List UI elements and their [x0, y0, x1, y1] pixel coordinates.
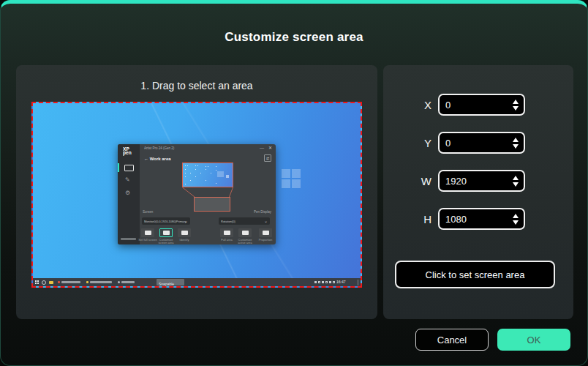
app-icon: [86, 281, 88, 283]
selection-highlight: [217, 171, 224, 177]
monitor-preview[interactable]: [182, 163, 233, 187]
chevron-down-icon: ⌄: [264, 217, 268, 225]
taskbar-item[interactable]: [85, 279, 113, 285]
cancel-button[interactable]: Cancel: [415, 329, 489, 351]
spin-up-icon[interactable]: [513, 176, 519, 180]
tablet-shape-icon: [242, 231, 249, 235]
tray-icon[interactable]: [322, 281, 324, 283]
screen-shape-icon: [145, 231, 151, 235]
x-spinbox: [438, 94, 525, 116]
w-input[interactable]: [440, 176, 513, 187]
button-label: Proportion: [255, 239, 276, 242]
taskbar-item[interactable]: [56, 279, 82, 285]
taskbar-item-text: [121, 281, 135, 283]
chevron-down-icon: ⌄: [184, 217, 188, 225]
tray-icon[interactable]: [333, 281, 335, 283]
x-input[interactable]: [440, 100, 513, 111]
tablet-icon: [124, 165, 134, 171]
desktop-taskbar: Snapable 16:47: [33, 278, 361, 286]
taskbar-item-text: [61, 281, 80, 283]
h-spinner: [513, 214, 524, 225]
identify-button[interactable]: [178, 228, 191, 237]
refresh-icon[interactable]: ⇄: [264, 154, 271, 162]
sidebar-item-pen[interactable]: ✎: [118, 175, 140, 187]
show-desktop-divider[interactable]: [358, 280, 358, 285]
full-area-button[interactable]: [220, 228, 233, 237]
button-label: Identify: [173, 239, 195, 242]
spin-down-icon[interactable]: [513, 106, 519, 111]
tray-icon[interactable]: [318, 281, 320, 283]
dialog-title: Customize screen area: [1, 30, 587, 45]
gear-icon: ⚙: [125, 190, 130, 196]
windows-logo-icon: [282, 169, 301, 188]
set-screen-area-button[interactable]: Click to set screen area: [395, 261, 555, 288]
proportion-button[interactable]: [259, 228, 272, 237]
close-icon[interactable]: ✕: [268, 146, 272, 150]
app-icon: [118, 281, 120, 283]
driver-sidebar: XP pen ✎ ⚙: [118, 144, 140, 244]
h-input[interactable]: [440, 214, 513, 225]
customize-screen-area-dialog: Customize screen area 1. Drag to select …: [0, 0, 588, 366]
tray-icon[interactable]: [329, 281, 331, 283]
coordinates-panel: X Y W: [383, 65, 573, 319]
customize-screen-area-button[interactable]: [159, 228, 173, 237]
app-icon: [58, 281, 60, 283]
screen-shape-icon: [181, 231, 188, 235]
w-spinner: [513, 176, 524, 187]
screen-area-selection-preview[interactable]: XP pen ✎ ⚙ Artist Pro: [31, 102, 362, 288]
xppen-logo: XP pen: [123, 147, 132, 155]
y-spinbox: [438, 132, 525, 154]
drag-instruction: 1. Drag to select an area: [16, 80, 377, 92]
y-input[interactable]: [440, 138, 513, 149]
x-label: X: [383, 99, 431, 111]
w-label: W: [383, 175, 431, 187]
taskbar-item-snapable[interactable]: Snapable: [157, 279, 184, 285]
sidebar-item-settings[interactable]: ⚙: [118, 188, 140, 200]
folder-icon[interactable]: [49, 281, 53, 284]
system-tray: 16:47: [314, 278, 358, 286]
driver-app-window: XP pen ✎ ⚙ Artist Pro: [118, 144, 276, 244]
screen-dropdown[interactable]: Monitor0(0,0,1920,1080)Primary ⌄: [142, 217, 190, 225]
tray-icon[interactable]: [314, 281, 317, 283]
clock: 16:47: [336, 280, 346, 285]
spin-down-icon[interactable]: [513, 182, 519, 187]
spin-up-icon[interactable]: [513, 138, 519, 142]
set-full-screen-button[interactable]: [141, 228, 154, 237]
tablet-shape-icon: [224, 231, 230, 235]
back-arrow-icon[interactable]: ←: [144, 156, 148, 161]
spin-up-icon[interactable]: [513, 214, 519, 218]
active-accent-bar: [118, 163, 119, 172]
spin-up-icon[interactable]: [513, 100, 519, 104]
spin-down-icon[interactable]: [513, 220, 519, 225]
customize-active-area-button[interactable]: [238, 228, 252, 237]
spin-down-icon[interactable]: [513, 144, 519, 149]
h-spinbox: [438, 208, 525, 230]
sidebar-item-workarea[interactable]: [118, 162, 140, 173]
start-button-icon[interactable]: [35, 280, 39, 284]
y-spinner: [513, 138, 524, 149]
tray-icon[interactable]: [325, 281, 328, 283]
taskbar-item[interactable]: [116, 279, 136, 285]
driver-main-area: Artist Pro 24 (Gen 2) — ✕ ← Work area ⇄: [140, 144, 276, 244]
rotation-dropdown[interactable]: Rotation(0) ⌄: [219, 217, 270, 225]
minimize-icon[interactable]: —: [260, 146, 264, 150]
h-label: H: [383, 213, 431, 225]
mini-windows-logo-icon: [226, 175, 229, 178]
tablet-active-area[interactable]: [194, 197, 230, 212]
pen-display-label: Pen Display: [254, 210, 271, 214]
pen-icon: ✎: [125, 176, 130, 183]
x-spinner: [513, 100, 524, 111]
tablet-shape-icon: [263, 231, 269, 235]
button-label: Customize active area: [234, 239, 256, 244]
screen-shape-icon: [163, 231, 170, 235]
drag-select-panel: 1. Drag to select an area XP pen ✎: [16, 65, 377, 319]
ok-button[interactable]: OK: [497, 329, 570, 351]
desktop-icons-dots: [185, 165, 186, 166]
taskbar-item-text: [90, 281, 112, 283]
search-icon[interactable]: [42, 280, 46, 285]
work-area-heading: ← Work area: [144, 156, 171, 161]
screen-label: Screen: [143, 210, 153, 214]
driver-window-title: Artist Pro 24 (Gen 2): [144, 146, 174, 150]
w-spinbox: [438, 170, 525, 192]
driver-version-text: [121, 238, 136, 240]
